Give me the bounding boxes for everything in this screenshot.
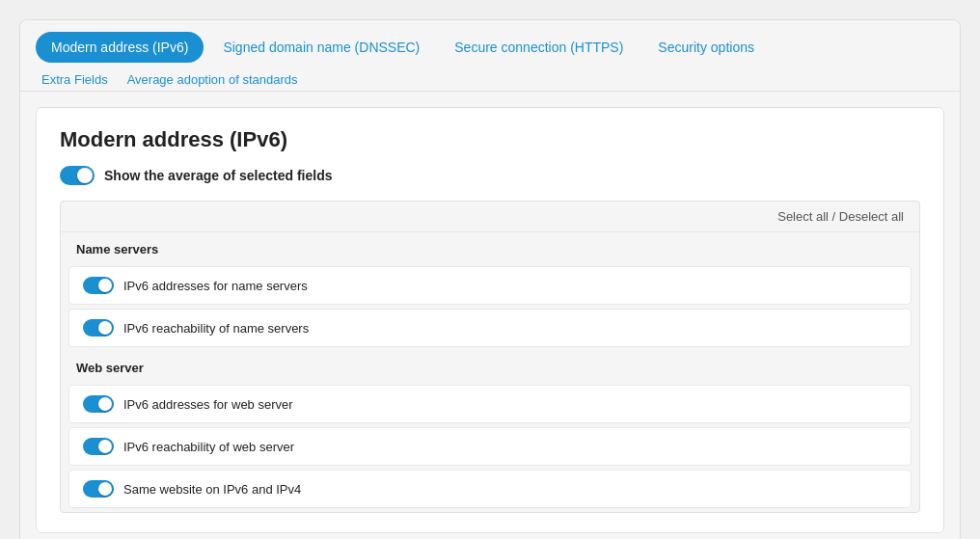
list-item: IPv6 reachability of web server (68, 427, 912, 466)
section-web-server-label: Web server (61, 351, 919, 381)
toggle-thumb (98, 321, 112, 335)
tab-ipv6[interactable]: Modern address (IPv6) (36, 32, 204, 63)
toggle-thumb (98, 440, 112, 453)
toggle-thumb (77, 168, 93, 183)
tab-https[interactable]: Secure connection (HTTPS) (439, 32, 639, 63)
toggle-ipv6-ws-reachability[interactable] (83, 438, 114, 455)
tab-extra-fields[interactable]: Extra Fields (36, 68, 114, 91)
section-name-servers-label: Name servers (61, 232, 919, 262)
tab-dnssec[interactable]: Signed domain name (DNSSEC) (207, 32, 435, 63)
list-item: IPv6 addresses for web server (68, 385, 912, 423)
select-all-link[interactable]: Select all / Deselect all (777, 209, 904, 224)
list-item: Same website on IPv6 and IPv4 (68, 470, 912, 508)
toggle-thumb (98, 397, 112, 411)
show-average-label: Show the average of selected fields (104, 168, 333, 183)
tab-bar: Modern address (IPv6) Signed domain name… (20, 20, 960, 92)
list-item: IPv6 reachability of name servers (68, 309, 912, 347)
toggle-ipv6-ns-reachability[interactable] (83, 319, 114, 337)
select-all-row: Select all / Deselect all (61, 202, 919, 232)
show-average-row: Show the average of selected fields (60, 166, 920, 185)
item-ipv6-ws-addresses-label: IPv6 addresses for web server (123, 397, 293, 412)
tab-average-adoption[interactable]: Average adoption of standards (122, 68, 304, 91)
tab-row-1: Modern address (IPv6) Signed domain name… (36, 32, 944, 63)
main-container: Modern address (IPv6) Signed domain name… (19, 19, 961, 539)
list-item: IPv6 addresses for name servers (68, 266, 912, 305)
tab-security[interactable]: Security options (642, 32, 770, 63)
options-panel: Select all / Deselect all Name servers I… (60, 201, 920, 513)
toggle-ipv6-ws-addresses[interactable] (83, 395, 114, 413)
section-web-server: Web server IPv6 addresses for web server… (61, 351, 919, 508)
item-ipv6-ns-reachability-label: IPv6 reachability of name servers (123, 321, 309, 336)
item-ipv6-ns-addresses-label: IPv6 addresses for name servers (123, 279, 308, 293)
main-content: Modern address (IPv6) Show the average o… (36, 107, 944, 533)
item-ipv6-ws-reachability-label: IPv6 reachability of web server (123, 440, 294, 454)
toggle-thumb (98, 482, 112, 496)
page-title: Modern address (IPv6) (60, 127, 920, 152)
toggle-ipv6-same-website[interactable] (83, 480, 114, 498)
item-ipv6-same-website-label: Same website on IPv6 and IPv4 (123, 482, 301, 497)
show-average-toggle[interactable] (60, 166, 95, 185)
toggle-ipv6-ns-addresses[interactable] (83, 277, 114, 294)
section-name-servers: Name servers IPv6 addresses for name ser… (61, 232, 919, 347)
toggle-thumb (98, 279, 112, 292)
tab-row-2: Extra Fields Average adoption of standar… (36, 68, 944, 91)
